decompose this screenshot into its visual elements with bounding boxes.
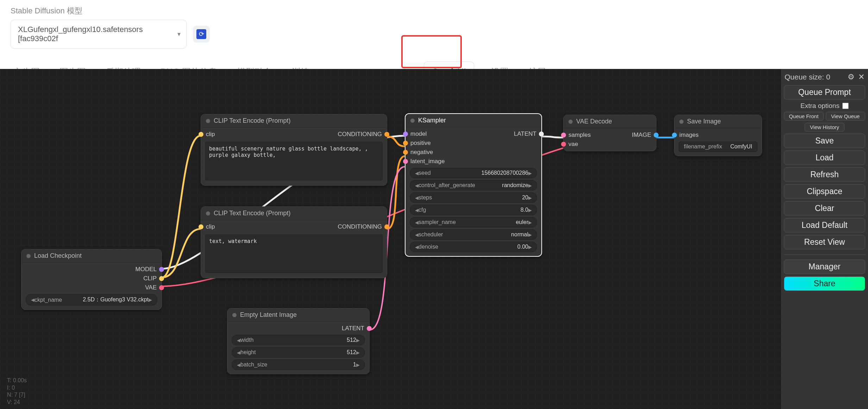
port-label-vae: VAE xyxy=(145,284,157,291)
widget-width[interactable]: ◀width512▶ xyxy=(232,335,365,345)
widget-batch-size[interactable]: ◀batch_size1▶ xyxy=(232,359,365,370)
widget-cfg[interactable]: ◀cfg8.0▶ xyxy=(410,205,537,215)
manager-button[interactable]: Manager xyxy=(784,260,865,274)
top-header: Stable Diffusion 模型 XLGufengxl_gufengxl1… xyxy=(0,0,868,69)
save-button[interactable]: Save xyxy=(784,134,865,148)
port-clip-in[interactable] xyxy=(199,132,203,137)
share-button[interactable]: Share xyxy=(784,276,865,291)
refresh-button[interactable]: Refresh xyxy=(784,167,865,182)
sd-model-value: XLGufengxl_gufengxl10.safetensors [fac93… xyxy=(18,25,143,43)
port-vae-in[interactable] xyxy=(561,142,566,147)
node-save-image[interactable]: Save Image images filename_prefixComfyUI xyxy=(674,115,762,156)
extra-options-row: Extra options xyxy=(784,102,865,110)
refresh-icon: ⟳ xyxy=(196,29,206,39)
canvas-stats: T: 0.00s I: 0 N: 7 [7] V: 24 xyxy=(7,377,27,406)
port-label-vae: vae xyxy=(568,141,578,148)
widget-scheduler[interactable]: ◀schedulernormal▶ xyxy=(410,229,537,240)
node-title: CLIP Text Encode (Prompt) xyxy=(201,114,387,128)
chevron-left-icon[interactable]: ◀ xyxy=(31,297,34,302)
port-clip-out[interactable] xyxy=(159,276,164,281)
node-title: Save Image xyxy=(674,115,762,128)
refresh-model-button[interactable]: ⟳ xyxy=(193,26,210,43)
port-label-negative: negative xyxy=(410,149,433,156)
load-button[interactable]: Load xyxy=(784,151,865,165)
widget-steps[interactable]: ◀steps20▶ xyxy=(410,192,537,203)
node-clip-encode-positive[interactable]: CLIP Text Encode (Prompt) clip CONDITION… xyxy=(201,114,387,186)
prompt-textarea-negative[interactable]: text, watermark xyxy=(205,234,383,273)
node-title: Load Checkpoint xyxy=(21,249,162,263)
clipspace-button[interactable]: Clipspace xyxy=(784,184,865,199)
port-positive-in[interactable] xyxy=(403,141,408,146)
port-label-samples: samples xyxy=(568,132,591,139)
port-vae-out[interactable] xyxy=(159,285,164,290)
node-ksampler[interactable]: KSampler model LATENT positive negative … xyxy=(405,113,542,257)
close-icon[interactable]: ✕ xyxy=(858,72,864,82)
widget-ckpt-name[interactable]: ◀ ckpt_name 2.5D：Guofeng3 V32.ckpt ▶ xyxy=(26,294,157,306)
widget-height[interactable]: ◀height512▶ xyxy=(232,347,365,358)
node-title: Empty Latent Image xyxy=(227,308,369,322)
port-label-clip: clip xyxy=(206,223,215,230)
sd-model-select[interactable]: XLGufengxl_gufengxl10.safetensors [fac93… xyxy=(11,20,187,49)
port-label-clip: CLIP xyxy=(143,275,157,282)
node-clip-encode-negative[interactable]: CLIP Text Encode (Prompt) clip CONDITION… xyxy=(201,206,387,278)
node-title: CLIP Text Encode (Prompt) xyxy=(201,207,387,220)
port-label-latent: LATENT xyxy=(342,325,364,332)
port-label-image: IMAGE xyxy=(632,132,651,139)
port-label-model: model xyxy=(410,130,427,138)
panel-divider xyxy=(784,254,865,255)
node-title: VAE Decode xyxy=(564,115,656,128)
port-images-in[interactable] xyxy=(672,133,677,138)
widget-control-after-generate[interactable]: ◀control_after_generaterandomize▶ xyxy=(410,180,537,191)
port-label-latent-image: latent_image xyxy=(410,158,445,165)
gear-icon[interactable]: ⚙ xyxy=(848,72,855,82)
chevron-right-icon[interactable]: ▶ xyxy=(149,297,152,302)
queue-front-button[interactable]: Queue Front xyxy=(784,112,824,121)
port-label-conditioning: CONDITIONING xyxy=(338,223,382,230)
tab-highlight-box xyxy=(401,35,462,68)
node-empty-latent[interactable]: Empty Latent Image LATENT ◀width512▶ ◀he… xyxy=(227,308,370,374)
sd-model-label: Stable Diffusion 模型 xyxy=(11,6,857,16)
load-default-button[interactable]: Load Default xyxy=(784,218,865,232)
node-vae-decode[interactable]: VAE Decode samples IMAGE vae xyxy=(563,115,656,151)
side-panel: Queue size: 0 ⚙ ✕ Queue Prompt Extra opt… xyxy=(781,69,868,409)
prompt-textarea-positive[interactable]: beautiful scenery nature glass bottle la… xyxy=(205,142,383,180)
node-canvas[interactable]: Load Checkpoint MODEL CLIP VAE ◀ ckpt_na… xyxy=(0,69,868,409)
widget-denoise[interactable]: ◀denoise0.00▶ xyxy=(410,242,537,252)
port-latent-out[interactable] xyxy=(367,326,372,331)
port-label-positive: positive xyxy=(410,140,431,147)
port-clip-in[interactable] xyxy=(199,224,203,229)
widget-seed[interactable]: ◀seed156680208700286▶ xyxy=(410,168,537,178)
widget-sampler-name[interactable]: ◀sampler_nameeuler▶ xyxy=(410,217,537,228)
port-latent-in[interactable] xyxy=(403,159,408,164)
view-history-button[interactable]: View History xyxy=(805,123,844,132)
extra-options-checkbox[interactable] xyxy=(842,103,849,109)
port-negative-in[interactable] xyxy=(403,150,408,155)
reset-view-button[interactable]: Reset View xyxy=(784,235,865,249)
node-title: KSampler xyxy=(405,114,541,127)
port-conditioning-out[interactable] xyxy=(384,132,389,137)
widget-filename-prefix[interactable]: filename_prefixComfyUI xyxy=(679,141,757,152)
node-load-checkpoint[interactable]: Load Checkpoint MODEL CLIP VAE ◀ ckpt_na… xyxy=(21,249,162,310)
port-label-clip: clip xyxy=(206,131,215,138)
view-queue-button[interactable]: View Queue xyxy=(826,112,866,121)
port-latent-out[interactable] xyxy=(539,132,544,136)
queue-prompt-button[interactable]: Queue Prompt xyxy=(784,85,865,100)
port-label-model: MODEL xyxy=(136,266,157,273)
port-model-in[interactable] xyxy=(403,132,408,136)
port-model-out[interactable] xyxy=(159,267,164,272)
port-conditioning-out[interactable] xyxy=(384,224,389,229)
port-image-out[interactable] xyxy=(654,133,659,138)
port-label-conditioning: CONDITIONING xyxy=(338,131,382,138)
port-label-images: images xyxy=(679,132,699,139)
port-label-latent: LATENT xyxy=(514,130,536,138)
port-samples-in[interactable] xyxy=(561,133,566,138)
queue-size-row: Queue size: 0 ⚙ ✕ xyxy=(784,71,865,85)
clear-button[interactable]: Clear xyxy=(784,201,865,216)
